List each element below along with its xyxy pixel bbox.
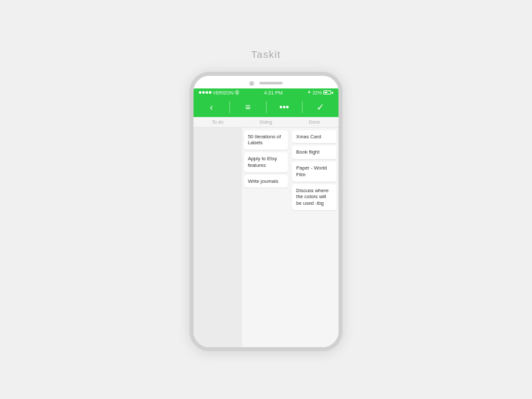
tab-done[interactable]: Done: [290, 117, 338, 127]
nav-more-section[interactable]: •••: [267, 102, 303, 112]
back-icon[interactable]: ‹: [210, 102, 213, 112]
doing-column: 50 Iterations of Labels Apply to Etsy fe…: [242, 128, 291, 347]
signal-strength: [199, 91, 211, 94]
tab-todo[interactable]: To do: [194, 117, 242, 127]
kanban-board: 50 Iterations of Labels Apply to Etsy fe…: [194, 128, 338, 347]
nav-menu-section[interactable]: ≡: [230, 102, 266, 112]
more-icon[interactable]: •••: [279, 102, 289, 112]
wifi-icon: ⦿: [235, 90, 239, 95]
list-item[interactable]: Book flight: [292, 146, 336, 159]
list-item[interactable]: Apply to Etsy features: [244, 152, 289, 172]
app-title: Taskit: [251, 49, 281, 60]
todo-column: [194, 128, 242, 347]
list-item[interactable]: Xmas Card: [292, 130, 336, 144]
menu-icon[interactable]: ≡: [245, 102, 251, 112]
tab-doing[interactable]: Doing: [242, 117, 291, 127]
status-time: 4:21 PM: [264, 90, 283, 96]
battery-percent: 22%: [313, 90, 322, 95]
front-camera: [249, 81, 254, 86]
speaker: [259, 82, 283, 84]
nav-back-section[interactable]: ‹: [194, 102, 229, 112]
bluetooth-icon: ✦: [307, 90, 311, 95]
status-right: ✦ 22%: [307, 90, 333, 95]
carrier-label: VERIZON: [213, 90, 233, 95]
status-bar: VERIZON ⦿ 4:21 PM ✦ 22%: [194, 88, 338, 97]
column-tabs: To do Doing Done: [194, 117, 338, 128]
list-item[interactable]: Paper - World Film: [292, 162, 336, 182]
status-left: VERIZON ⦿: [199, 90, 239, 95]
nav-bar: ‹ ≡ ••• ✓: [194, 97, 338, 117]
list-item[interactable]: Discuss where the colors will be used -t…: [292, 184, 336, 210]
phone-mockup: VERIZON ⦿ 4:21 PM ✦ 22% ‹ ≡ •••: [190, 72, 342, 351]
list-item[interactable]: Write journals: [244, 175, 289, 188]
nav-done-section[interactable]: ✓: [303, 102, 338, 112]
phone-top-bar: [194, 76, 338, 88]
list-item[interactable]: 50 Iterations of Labels: [244, 130, 289, 150]
done-column: Xmas Card Book flight Paper - World Film…: [290, 128, 338, 347]
check-icon[interactable]: ✓: [317, 102, 325, 112]
battery-icon: [323, 90, 333, 94]
